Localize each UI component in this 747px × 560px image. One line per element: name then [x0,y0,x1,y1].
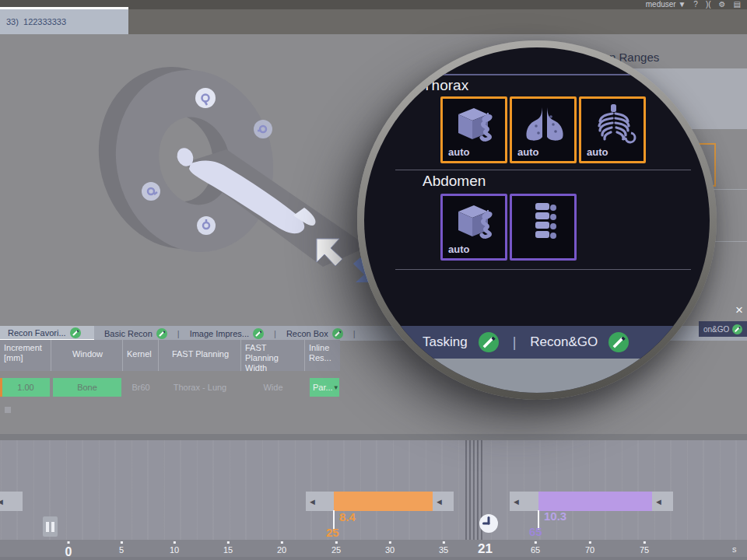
handle-arrow-icon: ◄ [512,497,521,506]
ruler-tick: 5 [119,541,124,555]
edit-pen-icon [253,328,264,339]
patient-tab-label: 33) 122333333 [6,17,66,26]
timeline-ruler[interactable] [0,540,747,560]
dropdown-value: Par... [313,383,333,392]
collapse-icon[interactable]: )( [706,0,711,9]
cube-gut-icon [452,102,499,145]
edit-pen-icon [608,332,629,352]
recon-range-tile-thorax-cube-gut[interactable]: auto [440,96,507,163]
ruler-tick: 70 [585,541,594,555]
timeline-unit-label: s [732,544,737,554]
cell-fast-planning-width[interactable]: Wide [241,378,305,397]
column-header: Kernel [123,340,159,371]
cell-increment[interactable]: 1.00 [2,378,50,397]
range2-end-handle[interactable]: ◄ [652,492,673,511]
tick-dot [335,541,338,544]
tick-dot [174,541,176,544]
tick-dot [281,541,283,544]
tick-dot [227,541,230,544]
tab-label: Recon&GO [530,334,598,350]
patient-tab[interactable]: 33) 122333333 [0,7,128,34]
cell-window[interactable]: Bone [53,378,121,397]
tab-recon-favorites[interactable]: Recon Favori... [0,326,94,341]
cell-inline-res-dropdown[interactable]: Par... ▼ [310,378,339,397]
handle-arrow-icon: ◄ [0,497,5,506]
small-status-icon [5,407,11,413]
column-header: FAST Planning Width [241,340,305,371]
cell-kernel[interactable]: Br60 [123,378,159,397]
section-title-abdomen: Abdomen [423,173,486,190]
edit-pen-icon [70,327,81,338]
column-header: FAST Planning [159,340,241,371]
magnified-tab-bar: Tasking | Recon&GO [364,326,710,359]
tab-tasking[interactable]: Tasking [423,332,499,352]
caret-down-icon[interactable]: ▼ [678,0,686,9]
tab-separator: | [353,329,356,338]
auto-label: auto [517,146,538,158]
tick-dot [389,541,391,544]
ruler-tick: 15 [223,541,233,555]
app-window: meduser ▼ ? )( ⚙ ▤ 33) 122333333 [0,0,747,560]
range1-end-handle[interactable]: ◄ [433,492,454,511]
pause-bar [46,522,49,532]
range2-bar[interactable] [538,492,652,511]
tab-separator: | [513,334,517,351]
username-menu[interactable]: meduser ▼ [646,0,686,9]
tick-dot [443,541,445,544]
tab-label: Basic Recon [104,329,153,338]
ruler-tick: 25 [331,541,341,555]
tab-recon-box[interactable]: Recon Box [283,328,346,339]
ruler-tick: 30 [385,541,395,555]
column-header: Window [51,340,123,371]
cell-fast-planning[interactable]: Thorax - Lung [159,378,241,397]
tab-image-impression[interactable]: Image Impres... [187,328,267,339]
timeline-divider-band [0,434,747,440]
tick-dot [589,541,591,544]
section-divider [395,170,691,170]
edit-pen-icon [156,328,167,339]
range2-duration-label: 10.3 [544,509,566,523]
handle-arrow-icon: ◄ [308,497,317,506]
tab-basic-recon[interactable]: Basic Recon [101,328,170,339]
auto-label: auto [448,243,469,255]
close-icon[interactable]: × [732,303,746,317]
magnified-gray-area [364,359,710,393]
help-icon[interactable]: ? [693,0,698,9]
tab-recon-and-go[interactable]: Recon&GO [530,332,629,352]
handle-arrow-icon: ◄ [654,497,663,506]
layout-grid-icon[interactable]: ▤ [734,0,741,9]
range1-duration-label: 8.4 [339,510,356,523]
auto-label: auto [587,146,608,158]
ruler-tick: 35 [439,541,448,555]
range1-bar[interactable] [334,492,433,511]
row-accent-marker [0,378,2,397]
range2-start-label: 65 [529,525,542,538]
tab-label: on&GO [703,325,729,334]
recon-range-tile-abdomen-spine[interactable] [510,194,577,261]
timeline-left-handle[interactable]: ◄ [0,492,23,511]
tick-dot [644,541,646,544]
settings-gear-icon[interactable]: ⚙ [719,0,726,9]
top-bar-controls: meduser ▼ ? )( ⚙ ▤ [646,0,741,9]
tab-label: Tasking [423,334,468,350]
ribcage-icon [591,102,637,145]
recon-table-header: Increment [mm] Window Kernel FAST Planni… [0,340,340,371]
edit-pen-icon [479,332,499,352]
range2-start-handle[interactable]: ◄ [510,492,541,511]
cube-gut-icon [452,199,499,243]
tab-separator: | [177,329,180,338]
top-tab-row-background [128,9,747,34]
ruler-tick: 20 [277,541,286,555]
range1-start-handle[interactable]: ◄ [306,492,336,511]
tick-dot [535,541,537,544]
recon-range-tile-thorax-ribcage[interactable]: auto [579,96,646,163]
spine-icon [521,199,568,243]
lungs-icon [521,102,568,145]
pause-button[interactable] [43,516,58,537]
tab-recon-and-go-partial[interactable]: on&GO [699,321,747,337]
magnifier-overlay: Thorax auto [357,40,717,400]
auto-label: auto [448,146,469,158]
recon-range-tile-thorax-lungs[interactable]: auto [510,96,577,163]
ruler-tick: 75 [640,541,649,555]
recon-range-tile-abdomen-cube-gut[interactable]: auto [440,194,507,261]
